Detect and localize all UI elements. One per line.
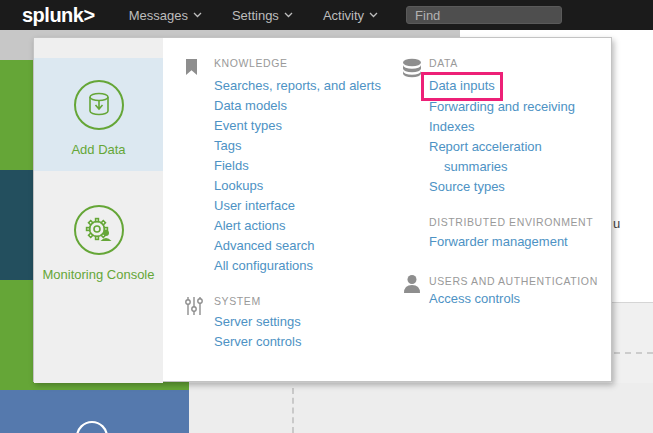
nav-activity[interactable]: Activity xyxy=(323,8,378,23)
menu-item-forwarder-management[interactable]: Forwarder management xyxy=(429,232,568,252)
menu-item-server-controls[interactable]: Server controls xyxy=(214,332,301,352)
chevron-down-icon xyxy=(284,12,293,18)
section-header-users-authentication: USERS AND AUTHENTICATION xyxy=(429,273,598,289)
menu-item-source-types[interactable]: Source types xyxy=(429,177,575,197)
menu-item-fields[interactable]: Fields xyxy=(214,156,381,176)
page-secondary-bar-left xyxy=(0,39,33,60)
section-header-knowledge: KNOWLEDGE xyxy=(214,55,288,71)
user-icon xyxy=(403,274,421,293)
menu-item-all-configurations[interactable]: All configurations xyxy=(214,256,381,276)
menu-item-data-models[interactable]: Data models xyxy=(214,96,381,116)
monitoring-console-icon xyxy=(73,204,125,256)
page-tile-green-band xyxy=(0,382,189,390)
menu-item-searches-reports-alerts[interactable]: Searches, reports, and alerts xyxy=(214,76,381,96)
add-data-tile[interactable]: Add Data xyxy=(34,58,163,171)
section-header-distributed-environment: DISTRIBUTED ENVIRONMENT xyxy=(429,214,593,230)
page-tile-blue xyxy=(0,390,189,433)
menu-item-user-interface[interactable]: User interface xyxy=(214,196,381,216)
headset-icon xyxy=(60,416,130,433)
page-bottom-area xyxy=(189,383,653,433)
menu-item-alert-actions[interactable]: Alert actions xyxy=(214,216,381,236)
obscured-page-text: u xyxy=(613,216,620,231)
chevron-down-icon xyxy=(193,12,202,18)
nav-messages[interactable]: Messages xyxy=(129,8,202,23)
dashed-divider-horizontal xyxy=(614,352,653,354)
page-right-area xyxy=(612,30,653,302)
page-right-panel xyxy=(612,302,653,383)
menu-item-server-settings[interactable]: Server settings xyxy=(214,312,301,332)
page-tile-green-bottom xyxy=(0,280,33,383)
data-inputs-label: Data inputs xyxy=(429,78,495,93)
monitoring-console-label: Monitoring Console xyxy=(42,267,154,282)
menu-item-indexes[interactable]: Indexes xyxy=(429,117,575,137)
top-nav-bar: splunk> Messages Settings Activity xyxy=(0,0,653,30)
nav-settings[interactable]: Settings xyxy=(232,8,293,23)
section-header-data: DATA xyxy=(429,55,458,71)
menu-item-event-types[interactable]: Event types xyxy=(214,116,381,136)
tile-column-header xyxy=(34,38,163,58)
settings-dropdown-menu: Add Data Monitoring C xyxy=(33,37,612,382)
monitoring-console-tile[interactable]: Monitoring Console xyxy=(34,171,163,383)
menu-item-data-inputs[interactable]: Data inputs xyxy=(429,76,575,97)
menu-item-tags[interactable]: Tags xyxy=(214,136,381,156)
database-icon xyxy=(401,58,423,78)
nav-activity-label: Activity xyxy=(323,8,364,23)
bookmark-icon xyxy=(185,59,198,76)
find-input[interactable] xyxy=(406,6,562,24)
section-header-system: SYSTEM xyxy=(214,293,261,309)
chevron-down-icon xyxy=(369,12,378,18)
page-tile-teal xyxy=(0,170,33,280)
menu-item-report-acceleration-summaries[interactable]: Report acceleration summaries xyxy=(429,137,545,177)
nav-settings-label: Settings xyxy=(232,8,279,23)
add-data-icon xyxy=(73,79,125,131)
menu-item-forwarding-receiving[interactable]: Forwarding and receiving xyxy=(429,97,575,117)
nav-messages-label: Messages xyxy=(129,8,188,23)
splunk-logo[interactable]: splunk> xyxy=(22,4,95,27)
sliders-icon xyxy=(184,296,204,316)
menu-item-lookups[interactable]: Lookups xyxy=(214,176,381,196)
dashed-divider-vertical xyxy=(292,388,294,433)
menu-item-advanced-search[interactable]: Advanced search xyxy=(214,236,381,256)
page-tile-green-top xyxy=(0,60,33,170)
menu-item-access-controls[interactable]: Access controls xyxy=(429,289,520,309)
add-data-label: Add Data xyxy=(71,142,125,157)
